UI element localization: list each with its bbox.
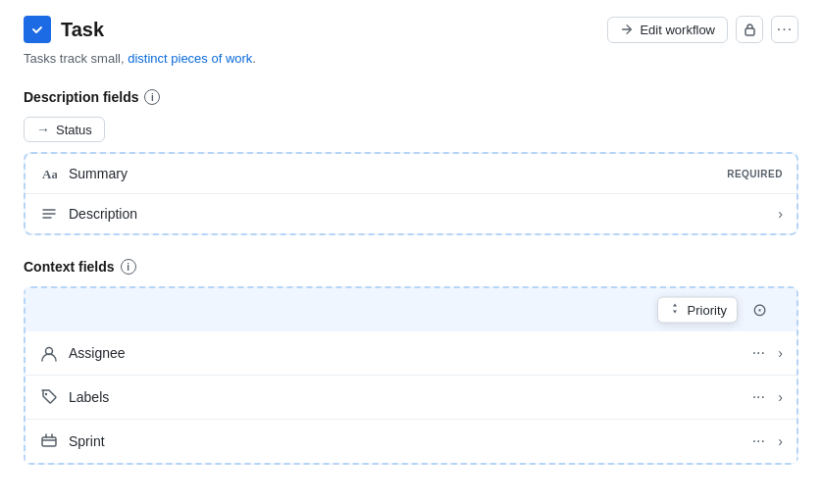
arrow-right-icon: →	[36, 122, 50, 137]
assignee-chevron-icon: ›	[778, 345, 783, 361]
edit-workflow-button[interactable]: Edit workflow	[607, 17, 728, 43]
workflow-icon	[620, 23, 634, 36]
description-fields-section: Description fields i → Status Aa Summary…	[24, 89, 798, 235]
page-title: Task	[61, 19, 104, 41]
context-section-header: Context fields i	[24, 259, 798, 275]
required-badge: REQUIRED	[727, 169, 783, 179]
status-pill[interactable]: → Status	[24, 117, 105, 142]
cursor-icon: ⊙	[752, 299, 767, 321]
svg-point-7	[45, 393, 47, 395]
sprint-icon	[39, 431, 59, 451]
labels-field-row[interactable]: Labels ··· ›	[26, 376, 796, 420]
priority-label: Priority	[688, 303, 727, 318]
labels-chevron-icon: ›	[778, 389, 783, 405]
priority-tooltip: Priority	[657, 297, 738, 324]
page-header: Task Edit workflow ···	[24, 16, 798, 43]
ellipsis-icon: ···	[777, 21, 793, 38]
more-options-button[interactable]: ···	[771, 16, 798, 43]
text-icon: Aa	[39, 164, 59, 183]
page-container: Task Edit workflow ··· Tasks track small…	[0, 0, 822, 504]
header-right: Edit workflow ···	[607, 16, 798, 43]
description-chevron-icon: ›	[778, 206, 783, 222]
lock-icon	[744, 23, 756, 36]
description-info-icon[interactable]: i	[144, 89, 160, 105]
svg-rect-0	[30, 23, 44, 36]
svg-text:Aa: Aa	[42, 167, 57, 181]
page-subtitle: Tasks track small, distinct pieces of wo…	[24, 51, 798, 66]
sort-icon	[668, 302, 682, 319]
status-label: Status	[56, 123, 92, 137]
description-section-header: Description fields i	[24, 89, 798, 105]
summary-field-row[interactable]: Aa Summary REQUIRED	[26, 154, 796, 194]
drag-indicator-row: Priority ⊙	[26, 288, 796, 331]
description-section-title: Description fields	[24, 89, 138, 105]
assignee-icon	[39, 343, 59, 363]
sprint-dots-button[interactable]: ···	[746, 429, 770, 453]
context-fields-section: Context fields i Priority ⊙	[24, 259, 798, 465]
labels-label: Labels	[69, 389, 746, 405]
task-icon	[24, 16, 51, 43]
context-fields-box: Priority ⊙ Assignee ··· ›	[24, 286, 798, 465]
summary-label: Summary	[69, 166, 727, 181]
description-fields-box: Aa Summary REQUIRED Description ›	[24, 152, 798, 235]
sprint-label: Sprint	[69, 433, 746, 449]
assignee-field-row[interactable]: Assignee ··· ›	[26, 331, 796, 376]
svg-rect-8	[42, 437, 56, 446]
lock-button[interactable]	[736, 16, 763, 43]
context-section-title: Context fields	[24, 259, 115, 275]
description-label: Description	[69, 206, 770, 222]
header-left: Task	[24, 16, 104, 43]
context-info-icon[interactable]: i	[121, 259, 136, 275]
subtitle-link[interactable]: distinct pieces of work	[128, 51, 252, 66]
labels-icon	[39, 387, 59, 407]
description-field-row[interactable]: Description ›	[26, 194, 796, 233]
assignee-label: Assignee	[69, 345, 746, 361]
svg-rect-1	[745, 28, 754, 35]
sprint-chevron-icon: ›	[778, 433, 783, 449]
labels-dots-button[interactable]: ···	[746, 385, 770, 409]
assignee-dots-button[interactable]: ···	[746, 341, 770, 365]
description-icon	[39, 204, 59, 224]
sprint-field-row[interactable]: Sprint ··· ›	[26, 420, 796, 463]
